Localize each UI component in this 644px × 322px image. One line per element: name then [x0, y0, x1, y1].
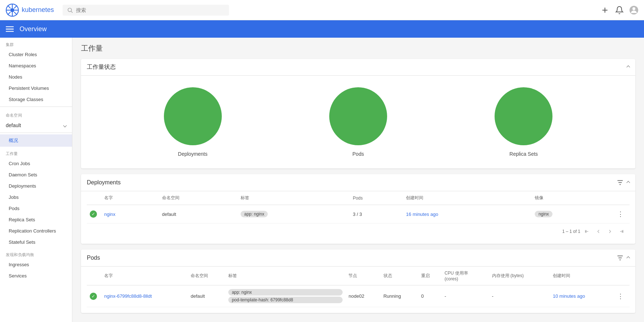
logo-text: kubernetes — [22, 6, 54, 14]
pod-label-2: pod-template-hash: 6799fc88d8 — [228, 297, 343, 303]
table-row: ✓ nginx default app: nginx 3 / 3 16 minu… — [87, 205, 630, 223]
logo[interactable]: kubernetes — [6, 4, 54, 17]
workload-status-actions — [627, 66, 630, 68]
row-created: 16 minutes ago — [403, 205, 532, 223]
topbar: kubernetes — [0, 0, 644, 20]
pods-collapse-icon[interactable] — [627, 256, 630, 260]
deployments-label: Deployments — [178, 151, 208, 157]
deployments-collapse-icon[interactable] — [627, 181, 630, 184]
svg-line-8 — [14, 5, 17, 8]
replicasets-label: Replica Sets — [509, 151, 538, 157]
pod-labels-stack: app: nginx pod-template-hash: 6799fc88d8 — [228, 289, 343, 303]
pod-row-restarts: 0 — [418, 285, 442, 307]
namespace-section-title: 命名空间 — [0, 108, 72, 120]
pods-header: Pods — [81, 250, 635, 267]
sidebar-item-nodes[interactable]: Nodes — [0, 71, 72, 83]
svg-rect-17 — [6, 29, 14, 29]
deployments-header-actions — [616, 179, 630, 187]
notifications-icon[interactable] — [615, 6, 624, 14]
pod-row-created: 10 minutes ago — [550, 285, 611, 307]
pod-row-status: ✓ — [87, 285, 101, 307]
add-icon[interactable] — [601, 6, 609, 14]
deployments-table-section: 名字 命名空间 标签 Pods 创建时间 镜像 ✓ nginx — [81, 191, 635, 244]
pods-col-cpu: CPU 使用率 (cores) — [442, 267, 489, 285]
pods-col-namespace: 命名空间 — [188, 267, 225, 285]
sidebar-item-storage-classes[interactable]: Storage Classes — [0, 94, 72, 105]
sidebar-item-replica-sets[interactable]: Replica Sets — [0, 214, 72, 225]
menu-icon[interactable] — [6, 25, 14, 33]
page-title: 工作量 — [81, 43, 635, 53]
pods-label: Pods — [352, 151, 364, 157]
col-created-label: 创建时间 — [403, 191, 532, 205]
pod-more-button[interactable]: ⋮ — [614, 291, 627, 302]
pod-created-link[interactable]: 10 minutes ago — [553, 293, 585, 299]
row-image: nginx — [532, 205, 611, 223]
col-image-label: 镜像 — [532, 191, 611, 205]
pods-col-created: 创建时间 — [550, 267, 611, 285]
pods-col-state: 状态 — [381, 267, 418, 285]
sidebar-item-replication-controllers[interactable]: Replication Controllers — [0, 225, 72, 237]
sidebar-item-services[interactable]: Services — [0, 270, 72, 281]
search-input[interactable] — [76, 7, 225, 13]
pods-col-restarts: 重启 — [418, 267, 442, 285]
pagination-info: 1 – 1 of 1 — [562, 229, 580, 234]
status-circle-pods: Pods — [329, 87, 387, 157]
col-name-label: 名字 — [101, 191, 159, 205]
deployments-header: Deployments — [81, 174, 635, 191]
collapse-icon[interactable] — [627, 66, 630, 69]
table-row: ✓ nginx-6799fc88d8-8lldt default app: ng… — [87, 285, 630, 307]
account-icon[interactable] — [630, 6, 638, 14]
pods-table-section: 名字 命名空间 标签 节点 状态 重启 CPU 使用率 (cores) 内存使用… — [81, 267, 635, 313]
svg-point-1 — [10, 8, 14, 12]
sidebar-item-pods[interactable]: Pods — [0, 203, 72, 214]
sidebar-item-daemon-sets[interactable]: Daemon Sets — [0, 169, 72, 180]
filter-icon[interactable] — [616, 179, 624, 187]
search-bar[interactable] — [63, 5, 229, 16]
row-pods: 3 / 3 — [350, 205, 403, 223]
row-status: ✓ — [87, 205, 101, 223]
workload-section-title: 工作量 — [0, 147, 72, 158]
topbar-actions — [601, 6, 638, 14]
created-link[interactable]: 16 minutes ago — [406, 212, 438, 217]
sidebar-item-ingresses[interactable]: Ingresses — [0, 259, 72, 270]
pod-row-state: Running — [381, 285, 418, 307]
pod-link[interactable]: nginx-6799fc88d8-8lldt — [104, 293, 152, 299]
more-button[interactable]: ⋮ — [614, 209, 627, 219]
sidebar-item-overview[interactable]: 概况 — [0, 134, 72, 147]
row-namespace: default — [159, 205, 238, 223]
prev-page-button[interactable] — [593, 226, 603, 237]
next-page-button[interactable] — [605, 226, 615, 237]
sidebar-item-stateful-sets[interactable]: Stateful Sets — [0, 237, 72, 248]
sidebar-item-cron-jobs[interactable]: Cron Jobs — [0, 158, 72, 169]
sidebar: 集群 Cluster Roles Namespaces Nodes Persis… — [0, 38, 72, 322]
sidebar-item-jobs[interactable]: Jobs — [0, 192, 72, 203]
status-circle-replicasets: Replica Sets — [495, 87, 552, 157]
sidebar-item-deployments[interactable]: Deployments — [0, 180, 72, 192]
label-badge: app: nginx — [241, 211, 268, 217]
image-badge: nginx — [535, 211, 552, 217]
col-namespace-label: 命名空间 — [159, 191, 238, 205]
sidebar-item-persistent-volumes[interactable]: Persistent Volumes — [0, 83, 72, 94]
pods-col-labels: 标签 — [225, 267, 346, 285]
svg-rect-16 — [6, 26, 14, 27]
main-content: 工作量 工作量状态 Deployments Pods — [72, 38, 644, 322]
svg-line-6 — [8, 5, 10, 8]
pod-row-node: node02 — [346, 285, 380, 307]
deployments-table: 名字 命名空间 标签 Pods 创建时间 镜像 ✓ nginx — [87, 191, 630, 223]
pod-status-ok-icon: ✓ — [90, 293, 97, 300]
workload-status-card: 工作量状态 Deployments Pods Replica Sets — [81, 59, 635, 168]
svg-line-7 — [14, 12, 17, 15]
namespace-selector[interactable]: default — [0, 120, 72, 131]
sidebar-item-cluster-roles[interactable]: Cluster Roles — [0, 49, 72, 60]
sidebar-item-namespaces[interactable]: Namespaces — [0, 60, 72, 71]
last-page-button[interactable] — [617, 226, 627, 237]
first-page-button[interactable] — [582, 226, 592, 237]
chevron-down-icon — [63, 124, 67, 127]
pods-col-node: 节点 — [346, 267, 380, 285]
pod-label-1: app: nginx — [228, 289, 343, 296]
row-name: nginx — [101, 205, 159, 223]
pods-title: Pods — [87, 255, 100, 261]
svg-line-11 — [71, 11, 73, 13]
deployment-link[interactable]: nginx — [104, 212, 115, 217]
pods-filter-icon[interactable] — [616, 254, 624, 262]
